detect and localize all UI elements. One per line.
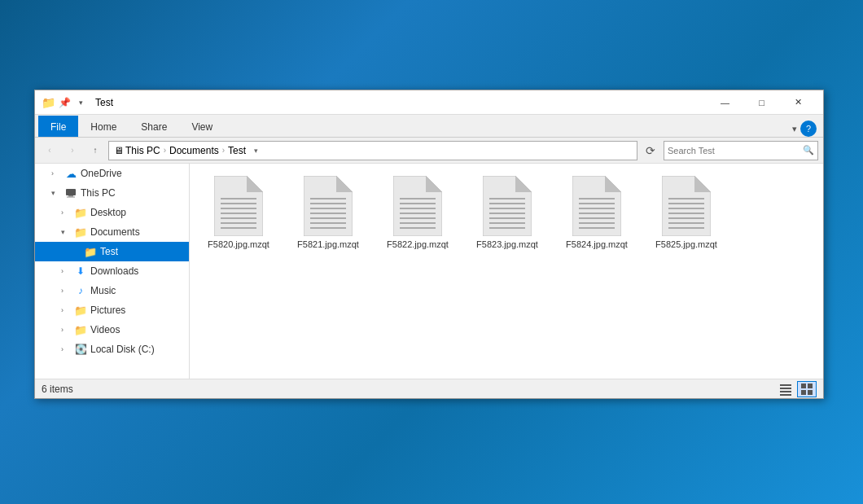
file-icon-0 (214, 176, 263, 236)
file-name-5: F5825.jpg.mzqt (655, 239, 717, 249)
sidebar-item-thispc[interactable]: ▾ This PC (35, 183, 189, 203)
file-icon-3 (483, 176, 532, 236)
svg-rect-60 (780, 394, 791, 396)
expand-arrow-thispc: ▾ (51, 189, 61, 197)
breadcrumb-pc-icon: 🖥 (114, 145, 124, 156)
file-name-0: F5820.jpg.mzqt (208, 239, 269, 249)
title-bar: 📁 📌 ▾ Test — □ ✕ (35, 90, 823, 115)
address-bar: ‹ › ↑ 🖥 This PC › Documents › Test ▾ ⟳ 🔍 (35, 138, 823, 164)
breadcrumb-pc[interactable]: 🖥 This PC (114, 145, 160, 156)
documents-icon: 📁 (74, 226, 87, 239)
breadcrumb-documents[interactable]: Documents (169, 145, 219, 156)
file-item-2[interactable]: F5822.jpg.mzqt (377, 172, 458, 253)
forward-button[interactable]: › (63, 141, 82, 160)
expand-arrow-pictures: › (61, 306, 71, 314)
svg-marker-4 (247, 176, 263, 192)
sidebar-item-local-disk[interactable]: › 💽 Local Disk (C:) (35, 340, 189, 359)
svg-marker-40 (605, 176, 621, 192)
pin-icon: 📌 (58, 96, 71, 109)
test-folder-icon: 📁 (84, 246, 97, 258)
svg-marker-22 (426, 176, 442, 192)
file-item-3[interactable]: F5823.jpg.mzqt (467, 172, 548, 253)
close-button[interactable]: ✕ (780, 90, 817, 115)
tab-file[interactable]: File (38, 116, 78, 137)
breadcrumb[interactable]: 🖥 This PC › Documents › Test ▾ (108, 141, 637, 160)
file-name-3: F5823.jpg.mzqt (476, 239, 538, 249)
svg-rect-59 (780, 391, 791, 392)
file-icon-5 (662, 176, 711, 236)
sidebar-label-onedrive: OneDrive (81, 168, 189, 179)
pictures-icon: 📁 (74, 305, 87, 317)
file-name-1: F5821.jpg.mzqt (297, 239, 359, 249)
status-bar: 6 items (35, 379, 823, 398)
sidebar-item-test[interactable]: 📁 Test (35, 242, 189, 261)
large-icons-view-button[interactable] (797, 381, 817, 397)
sidebar-item-onedrive[interactable]: › ☁ OneDrive (35, 164, 189, 183)
sidebar-item-documents[interactable]: ▾ 📁 Documents (35, 222, 189, 242)
file-item-1[interactable]: F5821.jpg.mzqt (287, 172, 369, 253)
breadcrumb-test[interactable]: Test (228, 145, 246, 156)
svg-rect-2 (67, 197, 75, 198)
sidebar-item-music[interactable]: › ♪ Music (35, 281, 189, 300)
expand-arrow-local-disk: › (61, 345, 71, 353)
help-icon[interactable]: ? (800, 121, 817, 137)
sidebar-label-documents: Documents (90, 226, 189, 238)
main-area: › ☁ OneDrive ▾ This PC › 📁 (35, 164, 823, 379)
breadcrumb-dropdown-arrow[interactable]: ▾ (249, 141, 262, 160)
sidebar-label-local-disk: Local Disk (C:) (90, 344, 189, 355)
svg-rect-64 (808, 390, 813, 395)
sidebar-label-pictures: Pictures (90, 305, 189, 316)
item-count: 6 items (42, 383, 73, 395)
folder-icon: 📁 (42, 96, 55, 109)
tab-view[interactable]: View (179, 116, 225, 137)
svg-rect-0 (66, 189, 76, 195)
window-controls: — □ ✕ (707, 90, 817, 115)
downloads-icon: ⬇ (74, 265, 87, 277)
search-icon[interactable]: 🔍 (803, 145, 814, 156)
svg-rect-61 (801, 383, 806, 388)
files-grid: F5820.jpg.mzqt F5821.jpg.mzqt F5822.jpg.… (198, 172, 815, 253)
sidebar-item-pictures[interactable]: › 📁 Pictures (35, 300, 189, 320)
explorer-window: 📁 📌 ▾ Test — □ ✕ File Home Share View ▾ … (34, 90, 824, 399)
svg-marker-31 (515, 176, 532, 192)
dropdown-arrow-icon[interactable]: ▾ (74, 96, 87, 109)
music-icon: ♪ (74, 285, 87, 296)
sidebar-label-thispc: This PC (81, 187, 189, 199)
maximize-button[interactable]: □ (743, 90, 780, 115)
expand-arrow-videos: › (61, 326, 71, 334)
details-view-button[interactable] (776, 381, 795, 397)
window-title: Test (92, 97, 707, 108)
back-button[interactable]: ‹ (40, 141, 59, 160)
sidebar-label-desktop: Desktop (90, 207, 189, 218)
tab-share[interactable]: Share (129, 116, 179, 137)
file-item-0[interactable]: F5820.jpg.mzqt (198, 172, 279, 253)
refresh-button[interactable]: ⟳ (641, 141, 660, 160)
local-disk-icon: 💽 (74, 344, 87, 355)
expand-arrow-downloads: › (61, 267, 71, 275)
title-bar-icons: 📁 📌 ▾ (42, 96, 87, 109)
svg-rect-57 (780, 384, 791, 386)
svg-rect-58 (780, 388, 791, 389)
breadcrumb-pc-label[interactable]: This PC (125, 145, 160, 156)
minimize-button[interactable]: — (707, 90, 743, 115)
tab-home[interactable]: Home (78, 116, 129, 137)
videos-icon: 📁 (74, 324, 87, 336)
svg-rect-62 (808, 383, 813, 388)
expand-arrow-music: › (61, 287, 71, 295)
file-icon-2 (393, 176, 442, 236)
file-item-5[interactable]: F5825.jpg.mzqt (646, 172, 727, 253)
sidebar-item-downloads[interactable]: › ⬇ Downloads (35, 261, 189, 281)
expand-arrow-desktop: › (61, 208, 71, 217)
sidebar-item-desktop[interactable]: › 📁 Desktop (35, 203, 189, 222)
view-buttons (776, 381, 817, 397)
sidebar-label-videos: Videos (90, 324, 189, 335)
search-box[interactable]: 🔍 (664, 141, 818, 160)
sidebar-item-videos[interactable]: › 📁 Videos (35, 320, 189, 340)
ribbon-collapse-arrow[interactable]: ▾ (792, 124, 797, 134)
file-name-2: F5822.jpg.mzqt (387, 239, 449, 249)
search-input[interactable] (668, 146, 803, 156)
breadcrumb-sep-2: › (221, 146, 226, 155)
expand-arrow-onedrive: › (51, 169, 61, 177)
up-button[interactable]: ↑ (85, 141, 105, 160)
file-item-4[interactable]: F5824.jpg.mzqt (556, 172, 637, 253)
